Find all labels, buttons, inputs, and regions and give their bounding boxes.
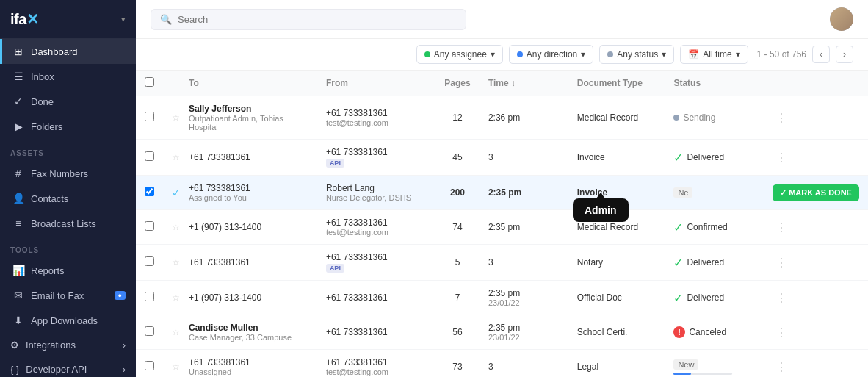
star-icon[interactable]: ☆ [172, 257, 180, 268]
table-row: ☆ +1 (907) 313-1400 +61 733381361test@te… [136, 210, 868, 245]
search-input[interactable] [178, 14, 457, 25]
row-from: +61 733381361test@testing.com [317, 96, 435, 140]
row-checkbox[interactable] [145, 292, 154, 301]
row-action[interactable]: ⋮ [764, 350, 868, 378]
row-time: 3 [480, 350, 568, 378]
time-filter[interactable]: 📅 All time ▾ [680, 45, 748, 64]
row-star-cell[interactable]: ☆ [163, 140, 180, 176]
sidebar-item-dashboard[interactable]: ⊞ Dashboard [0, 39, 136, 64]
row-checkbox[interactable] [145, 187, 154, 196]
row-time: 2:35 pm 23/01/22 [480, 315, 568, 350]
row-checkbox-cell[interactable] [136, 315, 163, 350]
pagination-prev[interactable]: ‹ [812, 46, 830, 63]
header-time[interactable]: Time ↓ [480, 71, 568, 96]
row-pages: 56 [435, 315, 480, 350]
row-star-cell[interactable]: ☆ [163, 210, 180, 245]
row-more-button[interactable]: ⋮ [773, 151, 790, 164]
star-icon[interactable]: ☆ [172, 112, 180, 123]
row-checkbox[interactable] [145, 151, 154, 161]
sidebar-collapse-icon[interactable]: ▾ [121, 15, 126, 24]
row-checkbox[interactable] [145, 256, 154, 266]
row-star-cell[interactable]: ☆ [163, 96, 180, 140]
row-star-cell[interactable]: ☆ [163, 245, 180, 281]
sidebar-item-broadcast-lists[interactable]: ≡ Broadcast Lists [0, 211, 136, 236]
sidebar-item-inbox[interactable]: ☰ Inbox [0, 64, 136, 89]
table-row: ☆ Sally JeffersonOutpatioant Adm:n, Tobi… [136, 96, 868, 140]
row-star-cell[interactable]: ☆ [163, 350, 180, 378]
row-star-cell[interactable]: ☆ [163, 315, 180, 350]
star-icon[interactable]: ☆ [172, 222, 180, 232]
row-status: ✓Delivered [665, 281, 764, 315]
sidebar-item-email-to-fax[interactable]: ✉ Email to Fax ● [0, 283, 136, 308]
sidebar-item-developer-api[interactable]: { } Developer API › [0, 357, 136, 377]
row-action[interactable]: ⋮ [764, 140, 868, 176]
row-status: New [665, 350, 764, 378]
row-action[interactable]: ⋮ [764, 210, 868, 245]
row-action[interactable]: ⋮ [764, 315, 868, 350]
logo-text: ifa✕ [10, 10, 38, 28]
assets-section-label: ASSETS [0, 139, 136, 161]
dev-api-icon: { } [10, 364, 19, 375]
search-box[interactable]: 🔍 [151, 9, 466, 30]
avatar[interactable] [830, 7, 853, 31]
row-more-button[interactable]: ⋮ [773, 112, 790, 124]
row-checkbox-cell[interactable] [136, 350, 163, 378]
row-checkbox-cell[interactable] [136, 140, 163, 176]
row-checkbox-cell[interactable] [136, 96, 163, 140]
assignee-filter[interactable]: Any assignee ▾ [416, 45, 503, 64]
row-checkbox-cell[interactable] [136, 245, 163, 281]
star-icon[interactable]: ☆ [172, 152, 180, 162]
header-action [764, 71, 868, 96]
direction-filter[interactable]: Any direction ▾ [509, 45, 593, 64]
select-all-checkbox[interactable] [145, 77, 154, 87]
row-action[interactable]: ⋮ [764, 245, 868, 281]
row-more-button[interactable]: ⋮ [773, 292, 790, 304]
star-icon[interactable]: ☆ [172, 292, 180, 303]
row-pages: 7 [435, 281, 480, 315]
sidebar-item-done[interactable]: ✓ Done [0, 89, 136, 114]
row-checkbox[interactable] [145, 221, 154, 231]
row-checkbox[interactable] [145, 361, 154, 370]
star-icon[interactable]: ☆ [172, 327, 180, 337]
header-star [163, 71, 180, 96]
row-action[interactable]: ⋮ [764, 96, 868, 140]
row-from: +61 733381361test@testing.com [317, 210, 435, 245]
sidebar-item-fax-numbers[interactable]: # Fax Numbers [0, 161, 136, 186]
status-filter[interactable]: Any status ▾ [599, 45, 674, 64]
row-more-button[interactable]: ⋮ [773, 326, 790, 339]
header-checkbox[interactable] [136, 71, 163, 96]
row-star-cell[interactable]: ✓ [163, 176, 180, 210]
row-checkbox-cell[interactable] [136, 210, 163, 245]
row-star-cell[interactable]: ☆ [163, 281, 180, 315]
table-row: ☆ +61 733381361Unassigned +61 733381361t… [136, 350, 868, 378]
row-to: +61 733381361 [180, 140, 317, 176]
sidebar-logo[interactable]: ifa✕ ▾ [0, 0, 136, 39]
status-dot [607, 51, 613, 57]
header-status: Status [665, 71, 764, 96]
star-icon[interactable]: ☆ [172, 362, 180, 372]
row-checkbox[interactable] [145, 326, 154, 336]
row-checkbox[interactable] [145, 112, 154, 121]
mark-as-done-button[interactable]: ✓ MARK AS DONE [773, 184, 859, 201]
sidebar-item-contacts[interactable]: 👤 Contacts [0, 186, 136, 211]
pagination-next[interactable]: › [836, 46, 853, 63]
row-checkbox-cell[interactable] [136, 176, 163, 210]
sidebar-item-integrations[interactable]: ⚙ Integrations › [0, 333, 136, 357]
row-action[interactable]: ✓ MARK AS DONE [764, 176, 868, 210]
assignee-chevron: ▾ [491, 49, 495, 60]
row-more-button[interactable]: ⋮ [773, 361, 790, 373]
row-checkbox-cell[interactable] [136, 281, 163, 315]
row-time: 3 [480, 245, 568, 281]
row-more-button[interactable]: ⋮ [773, 256, 790, 269]
row-doc-type: Medical Record [568, 96, 665, 140]
sidebar-item-reports[interactable]: 📊 Reports [0, 258, 136, 283]
row-doc-type: Invoice [568, 140, 665, 176]
sidebar-item-folders[interactable]: ▶ Folders [0, 114, 136, 139]
sidebar: ifa✕ ▾ ⊞ Dashboard ☰ Inbox ✓ Done ▶ Fold… [0, 0, 136, 377]
row-pages: 12 [435, 96, 480, 140]
row-to: +1 (907) 313-1400 [180, 210, 317, 245]
row-from: +61 733381361test@testing.com [317, 350, 435, 378]
sidebar-item-app-downloads[interactable]: ⬇ App Downloads [0, 308, 136, 333]
row-more-button[interactable]: ⋮ [773, 221, 790, 234]
row-action[interactable]: ⋮ [764, 281, 868, 315]
